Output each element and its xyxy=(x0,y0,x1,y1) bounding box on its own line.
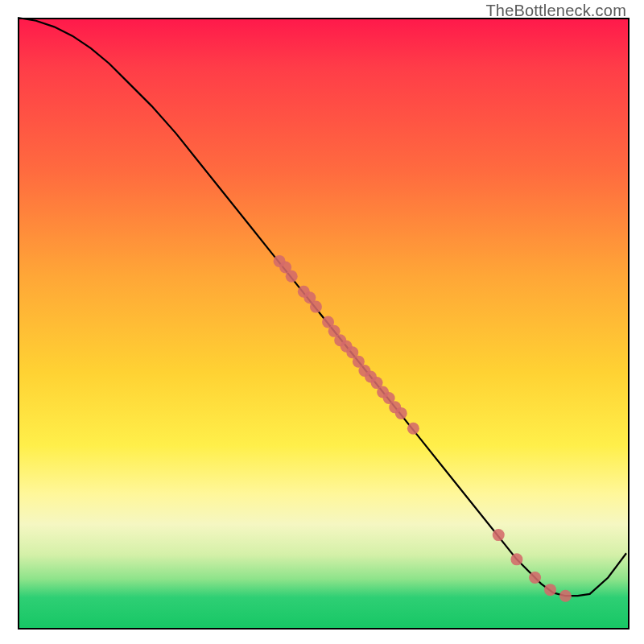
marker-point xyxy=(286,270,298,283)
marker-points xyxy=(274,255,572,602)
marker-point xyxy=(529,572,541,584)
marker-point xyxy=(310,301,322,313)
marker-point xyxy=(510,553,522,565)
bottleneck-curve xyxy=(18,18,626,596)
marker-point xyxy=(544,584,556,596)
marker-point xyxy=(395,407,407,419)
marker-point xyxy=(493,529,505,541)
marker-point xyxy=(559,590,572,602)
attribution-label: TheBottleneck.com xyxy=(485,2,626,20)
chart-container: TheBottleneck.com xyxy=(0,0,644,644)
marker-point xyxy=(407,423,419,435)
chart-overlay xyxy=(18,18,626,626)
